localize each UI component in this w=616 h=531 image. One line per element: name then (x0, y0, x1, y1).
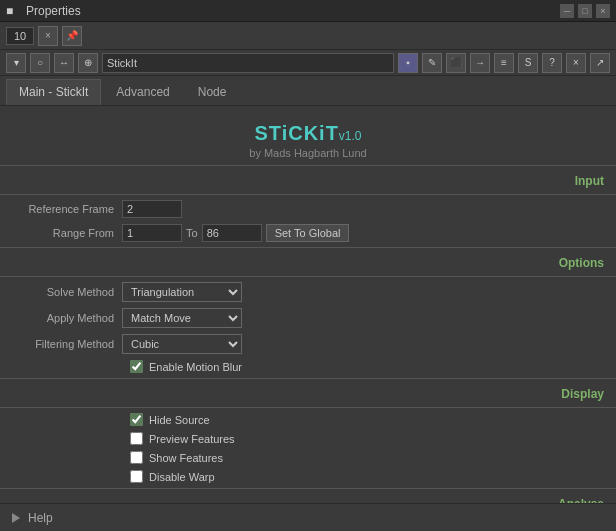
close-button[interactable]: × (596, 4, 610, 18)
node-prev-button[interactable]: ▾ (6, 53, 26, 73)
node-edit-button[interactable]: ✎ (422, 53, 442, 73)
tab-main[interactable]: Main - StickIt (6, 79, 101, 105)
hide-source-row: Hide Source (0, 410, 616, 429)
hide-source-label: Hide Source (149, 414, 210, 426)
set-global-button[interactable]: Set To Global (266, 224, 350, 242)
tab-advanced[interactable]: Advanced (103, 79, 182, 105)
toolbar-x-button[interactable]: × (38, 26, 58, 46)
node-target-button[interactable]: ⊕ (78, 53, 98, 73)
reference-frame-label: Reference Frame (12, 203, 122, 215)
show-features-checkbox[interactable] (130, 451, 143, 464)
range-to-input[interactable] (202, 224, 262, 242)
tabs: Main - StickIt Advanced Node (0, 76, 616, 106)
range-from-label: Range From (12, 227, 122, 239)
preview-features-label: Preview Features (149, 433, 235, 445)
title-bar: ■ Properties ─ □ × (0, 0, 616, 22)
node-expand-button[interactable]: ↗ (590, 53, 610, 73)
minimize-button[interactable]: ─ (560, 4, 574, 18)
range-from-input[interactable] (122, 224, 182, 242)
show-features-label: Show Features (149, 452, 223, 464)
apply-method-select[interactable]: Match Move Stabilize (122, 308, 242, 328)
content-wrapper: STiCKiTv1.0 by Mads Hagbarth Lund Input … (0, 106, 616, 531)
disable-warp-checkbox[interactable] (130, 470, 143, 483)
help-bar: Help (0, 503, 616, 531)
properties-icon: ■ (6, 4, 20, 18)
to-label: To (186, 227, 198, 239)
input-section-label: Input (0, 168, 616, 192)
toolbar-pin-button[interactable]: 📌 (62, 26, 82, 46)
content: STiCKiTv1.0 by Mads Hagbarth Lund Input … (0, 106, 616, 503)
node-link-button[interactable]: → (470, 53, 490, 73)
tab-node[interactable]: Node (185, 79, 240, 105)
input-divider (0, 165, 616, 166)
analyse-divider (0, 488, 616, 489)
node-close-button[interactable]: × (566, 53, 586, 73)
display-divider (0, 378, 616, 379)
motion-blur-checkbox[interactable] (130, 360, 143, 373)
reference-frame-input[interactable] (122, 200, 182, 218)
filtering-method-label: Filtering Method (12, 338, 122, 350)
preview-features-row: Preview Features (0, 429, 616, 448)
node-name-input[interactable] (102, 53, 394, 73)
options-section-label: Options (0, 250, 616, 274)
input-divider2 (0, 194, 616, 195)
node-s-button[interactable]: S (518, 53, 538, 73)
solve-method-row: Solve Method Triangulation Homography Af… (0, 279, 616, 305)
solve-method-select[interactable]: Triangulation Homography Affine (122, 282, 242, 302)
node-bar: ▾ ○ ↔ ⊕ ▪ ✎ ⬛ → ≡ S ? × ↗ (0, 50, 616, 76)
solve-method-label: Solve Method (12, 286, 122, 298)
filtering-method-select[interactable]: Cubic Linear None (122, 334, 242, 354)
filtering-method-row: Filtering Method Cubic Linear None (0, 331, 616, 357)
analyse-section-label: Analyse (0, 491, 616, 503)
display-divider2 (0, 407, 616, 408)
motion-blur-row: Enable Motion Blur (0, 357, 616, 376)
help-triangle-icon (12, 513, 20, 523)
node-circle-button[interactable]: ○ (30, 53, 50, 73)
apply-method-label: Apply Method (12, 312, 122, 324)
node-copy-button[interactable]: ⬛ (446, 53, 466, 73)
toolbar: × 📌 (0, 22, 616, 50)
apply-method-row: Apply Method Match Move Stabilize (0, 305, 616, 331)
node-arrow-button[interactable]: ↔ (54, 53, 74, 73)
range-row: Range From To Set To Global (0, 221, 616, 245)
node-view-button[interactable]: ▪ (398, 53, 418, 73)
toolbar-number-input[interactable] (6, 27, 34, 45)
motion-blur-label: Enable Motion Blur (149, 361, 242, 373)
plugin-title: STiCKiTv1.0 (0, 122, 616, 145)
node-help-button[interactable]: ? (542, 53, 562, 73)
options-divider (0, 247, 616, 248)
show-features-row: Show Features (0, 448, 616, 467)
plugin-header: STiCKiTv1.0 by Mads Hagbarth Lund (0, 114, 616, 163)
plugin-title-text: STiCKiT (254, 122, 338, 144)
preview-features-checkbox[interactable] (130, 432, 143, 445)
reference-frame-row: Reference Frame (0, 197, 616, 221)
plugin-author: by Mads Hagbarth Lund (0, 147, 616, 159)
range-inputs: To Set To Global (122, 224, 349, 242)
options-divider2 (0, 276, 616, 277)
disable-warp-row: Disable Warp (0, 467, 616, 486)
help-text[interactable]: Help (28, 511, 53, 525)
disable-warp-label: Disable Warp (149, 471, 215, 483)
node-menu-button[interactable]: ≡ (494, 53, 514, 73)
plugin-version: v1.0 (339, 129, 362, 143)
maximize-button[interactable]: □ (578, 4, 592, 18)
title-bar-controls: ─ □ × (560, 4, 610, 18)
hide-source-checkbox[interactable] (130, 413, 143, 426)
display-section-label: Display (0, 381, 616, 405)
title-bar-text: Properties (26, 4, 560, 18)
